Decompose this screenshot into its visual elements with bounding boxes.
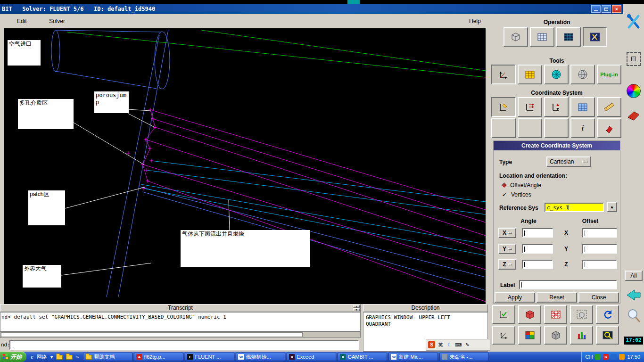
wireframe-toggle-button[interactable]	[570, 305, 593, 324]
messenger-tray-icon[interactable]	[611, 354, 617, 360]
global-control-row-2	[492, 326, 619, 345]
label-input[interactable]	[519, 280, 617, 289]
annotation-patch-zone: patch区	[28, 190, 65, 225]
erase-button[interactable]	[597, 118, 621, 138]
command-input[interactable]	[9, 340, 359, 350]
info-button[interactable]: i	[570, 118, 595, 138]
turbo-tools-button[interactable]	[544, 65, 569, 84]
task-label: FLUENT ...	[195, 354, 221, 360]
taskbar-clock: 17:50	[627, 354, 640, 360]
align-coordinate-button[interactable]	[544, 97, 569, 117]
operation-section-title: Operation	[490, 19, 623, 25]
minimize-button[interactable]	[591, 5, 601, 13]
remove-mesh-button[interactable]	[544, 305, 567, 324]
ime-logo-icon[interactable]: S	[428, 341, 435, 348]
journal-tools-button[interactable]	[570, 65, 595, 84]
menu-help[interactable]: Help	[469, 18, 481, 25]
antivirus-tray-icon[interactable]	[595, 354, 601, 360]
coordinate-ruler-button[interactable]	[597, 97, 621, 117]
half-full-width-icon[interactable]: ☾	[446, 341, 453, 348]
update-tray-icon[interactable]	[619, 354, 625, 360]
back-navigation-button[interactable]	[625, 288, 642, 303]
coordinate-extra-button-3[interactable]	[544, 118, 569, 138]
transcript-log[interactable]: nd> default set "GRAPHICS.GENERAL.CONNEC…	[0, 312, 361, 331]
start-button[interactable]: 开始	[0, 352, 26, 362]
angle-y-input[interactable]	[522, 244, 553, 254]
angle-x-input[interactable]	[522, 228, 553, 238]
vertices-radio[interactable]: ✔ Vertices	[502, 191, 531, 198]
all-button[interactable]: All	[625, 271, 643, 281]
modify-coordinate-button[interactable]	[518, 97, 542, 117]
folder-icon[interactable]	[56, 355, 63, 360]
select-frame-button[interactable]	[627, 52, 641, 66]
reference-sys-input[interactable]: c_sys.1	[545, 203, 604, 212]
eraser-tool-button[interactable]	[626, 108, 641, 122]
gambit-x-icon: X	[340, 354, 346, 360]
network-toolbar-label[interactable]: 网络	[37, 354, 47, 361]
language-indicator[interactable]: CH	[586, 354, 593, 360]
offset-x-input[interactable]	[582, 228, 617, 238]
coordinate-extra-button-2[interactable]	[518, 118, 542, 138]
folder-icon[interactable]	[66, 355, 73, 360]
coordinate-grid-button[interactable]	[570, 97, 595, 117]
task-combustion-doc[interactable]: W 燃烧初始...	[236, 353, 285, 361]
ime-language-toggle[interactable]: 英	[437, 341, 444, 348]
task-fl62tg-pdf[interactable]: A fl62tg.p...	[134, 353, 183, 361]
taskbar: 开始 e 网络 ▾ » 帮助文档 A fl62tg.p... F FLUENT …	[0, 352, 644, 362]
toolbox-launcher[interactable]	[625, 12, 643, 33]
angle-axis-z-button[interactable]: Z	[498, 259, 516, 270]
offset-y-input[interactable]	[582, 244, 617, 254]
overflow-chevron-icon[interactable]: »	[76, 354, 79, 360]
task-help-docs[interactable]: 帮助文档	[83, 353, 132, 361]
apply-button[interactable]: Apply	[495, 292, 535, 303]
handwriting-icon[interactable]: ✎	[464, 341, 471, 348]
task-gambit[interactable]: X GAMBIT ...	[338, 353, 387, 361]
close-form-button[interactable]: Close	[578, 292, 619, 303]
menu-edit[interactable]: Edit	[17, 18, 27, 25]
specify-color-button[interactable]	[570, 326, 593, 345]
scroll-up-icon[interactable]: ▲	[353, 305, 360, 308]
angle-axis-y-button[interactable]: Y	[498, 244, 516, 254]
graphics-viewport[interactable]: 空气进口 多孔介质区 porousjump patch区 气体从下面流出并且燃烧…	[4, 28, 486, 304]
zones-button[interactable]	[556, 27, 581, 47]
offset-z-input[interactable]	[582, 260, 617, 269]
render-mode-button[interactable]	[518, 326, 541, 345]
coordinate-extra-button-1[interactable]	[491, 118, 516, 138]
angle-z-input[interactable]	[522, 260, 553, 269]
task-new-word[interactable]: W 新建 Mic...	[388, 353, 438, 361]
type-dropdown[interactable]: Cartesian	[546, 156, 591, 167]
scroll-down-icon[interactable]: ▼	[353, 308, 360, 311]
task-untitled-paint[interactable]: 未命名 -...	[439, 353, 489, 361]
internet-explorer-icon[interactable]: e	[31, 353, 33, 361]
tools-button[interactable]	[583, 27, 607, 47]
orient-view-button[interactable]	[492, 326, 515, 345]
transcript-scrollbar[interactable]	[0, 331, 361, 338]
reference-pick-button[interactable]: ▲	[607, 202, 617, 212]
close-button[interactable]: ×	[612, 5, 621, 13]
soft-keyboard-icon[interactable]: ⌨	[455, 341, 462, 348]
fluent-icon: F	[187, 354, 193, 360]
k-tray-icon[interactable]: K	[603, 354, 609, 360]
angle-axis-x-button[interactable]: X	[498, 228, 516, 238]
function-tools-button[interactable]	[518, 65, 542, 84]
shaded-view-button[interactable]	[544, 326, 567, 345]
examine-mesh-button[interactable]	[596, 326, 619, 345]
fit-view-button[interactable]	[492, 305, 515, 324]
plugin-button[interactable]: Plug-in	[597, 65, 621, 84]
menu-solver[interactable]: Solver	[49, 18, 65, 25]
color-wheel-button[interactable]	[627, 84, 641, 98]
create-coordinate-button[interactable]	[491, 97, 516, 117]
active-volume-button[interactable]	[518, 305, 541, 324]
task-exceed[interactable]: X Exceed	[287, 353, 336, 361]
coordinate-system-button[interactable]	[491, 65, 516, 84]
zoom-tool-button[interactable]	[626, 307, 642, 324]
option-menu-glyph	[508, 232, 512, 234]
undo-button[interactable]	[596, 305, 619, 324]
geometry-button[interactable]	[504, 27, 528, 47]
scrollbar-thumb[interactable]	[1, 332, 303, 337]
maximize-button[interactable]	[602, 5, 611, 13]
offset-angle-radio[interactable]: Offset/Angle	[502, 182, 541, 189]
mesh-button[interactable]	[530, 27, 554, 47]
task-fluent[interactable]: F FLUENT ...	[185, 353, 234, 361]
reset-button[interactable]: Reset	[537, 292, 577, 303]
